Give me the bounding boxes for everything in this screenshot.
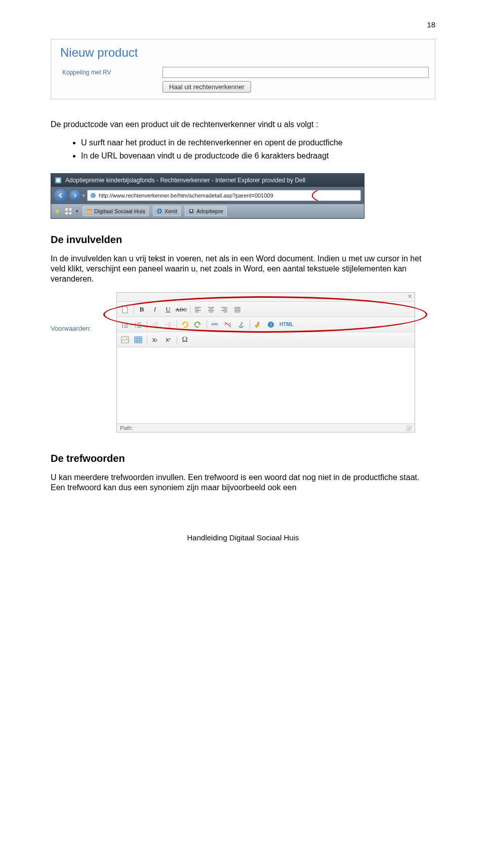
align-center-icon[interactable] — [205, 304, 217, 315]
bookmark-xenit[interactable]: Xenit — [153, 206, 181, 216]
haal-uit-rv-button[interactable]: Haal uit rechtenverkenner — [163, 81, 251, 93]
strike-icon[interactable]: ABC — [175, 304, 187, 315]
koppeling-input[interactable] — [163, 67, 429, 78]
favicon-icon — [90, 192, 97, 199]
outdent-icon[interactable] — [149, 319, 161, 330]
footer-text: Handleiding Digitaal Sociaal Huis — [51, 533, 435, 542]
svg-rect-5 — [87, 210, 92, 213]
toolbar-row-1: B I U ABC — [117, 302, 415, 317]
heading-invulvelden: De invulvelden — [51, 234, 435, 246]
numbered-list-icon[interactable]: 123 — [132, 319, 144, 330]
indent-icon[interactable] — [162, 319, 174, 330]
svg-point-9 — [122, 323, 123, 324]
align-right-icon[interactable] — [218, 304, 230, 315]
browser-title: Adoptiepremie kinderbijslagfonds - Recht… — [65, 177, 305, 184]
redo-icon[interactable] — [192, 319, 204, 330]
rte-field-label: Voorwaarden: — [51, 325, 91, 332]
toolbar-row-2: 123 ? HTML — [117, 317, 415, 332]
form-screenshot: Nieuw product Koppeling met RV Haal uit … — [51, 39, 435, 99]
address-bar[interactable]: http://www.rechtenverkenner.be/htm/schem… — [87, 190, 361, 201]
url-highlight-ellipse — [312, 190, 361, 201]
svg-text:3: 3 — [135, 326, 136, 328]
intro-paragraph: De productcode van een product uit de re… — [51, 120, 435, 130]
svg-text:?: ? — [270, 322, 272, 328]
underline-icon[interactable]: U — [162, 304, 174, 315]
ie-screenshot: Adoptiepremie kinderbijslagfonds - Recht… — [51, 173, 364, 219]
subscript-icon[interactable]: x₂ — [149, 334, 161, 345]
close-icon[interactable]: ✕ — [406, 293, 414, 301]
superscript-icon[interactable]: x² — [162, 334, 174, 345]
svg-point-11 — [122, 327, 123, 328]
resize-handle-icon[interactable] — [406, 425, 412, 431]
bullet-1: U surft naar het product in de rechtenve… — [81, 138, 435, 148]
clean-icon[interactable] — [252, 319, 264, 330]
anchor-icon[interactable] — [235, 319, 247, 330]
paragraph-trefwoorden: U kan meerdere trefwoorden invullen. Een… — [51, 472, 435, 493]
chevron-down-icon[interactable]: ▾ — [76, 209, 78, 214]
form-title: Nieuw product — [60, 46, 435, 60]
new-doc-icon[interactable] — [119, 304, 131, 315]
svg-point-3 — [91, 193, 96, 198]
url-text: http://www.rechtenverkenner.be/htm/schem… — [99, 192, 273, 199]
align-justify-icon[interactable] — [231, 304, 244, 315]
page-icon — [54, 176, 62, 184]
italic-icon[interactable]: I — [149, 304, 161, 315]
page-number: 18 — [51, 20, 435, 29]
svg-point-1 — [56, 178, 60, 182]
rte-editor: ✕ B I U ABC 123 — [116, 292, 415, 432]
bullet-list-icon[interactable] — [119, 319, 131, 330]
image-icon[interactable] — [119, 334, 131, 345]
favorites-star-icon[interactable]: ★ — [54, 207, 61, 215]
link-icon[interactable] — [209, 319, 221, 330]
special-char-icon[interactable]: Ω — [179, 334, 191, 345]
form-label-koppeling: Koppeling met RV — [51, 69, 163, 76]
html-icon[interactable]: HTML — [278, 319, 295, 330]
rte-content-area[interactable] — [117, 347, 415, 423]
forward-button[interactable] — [69, 190, 80, 201]
undo-icon[interactable] — [179, 319, 191, 330]
heading-trefwoorden: De trefwoorden — [51, 453, 435, 464]
rte-path-label: Path: — [120, 425, 133, 431]
back-button[interactable] — [54, 189, 67, 202]
bookmark-adoptie[interactable]: Adoptiepre — [185, 206, 227, 216]
toolbar-row-3: x₂ x² Ω — [117, 332, 415, 347]
bookmark-dsh[interactable]: Digitaal Sociaal Huis — [83, 206, 149, 216]
paragraph-invulvelden: In de invulvelden kan u vrij tekst in vo… — [51, 254, 435, 284]
svg-point-10 — [122, 325, 123, 326]
bullet-2: In de URL bovenaan vindt u de productcod… — [81, 151, 435, 161]
table-icon[interactable] — [132, 334, 144, 345]
bold-icon[interactable]: B — [136, 304, 148, 315]
quick-tabs-icon[interactable] — [65, 208, 72, 215]
unlink-icon[interactable] — [222, 319, 234, 330]
svg-point-8 — [190, 210, 192, 212]
align-left-icon[interactable] — [192, 304, 204, 315]
svg-rect-19 — [135, 337, 142, 343]
help-icon[interactable]: ? — [265, 319, 277, 330]
svg-point-18 — [126, 337, 128, 339]
